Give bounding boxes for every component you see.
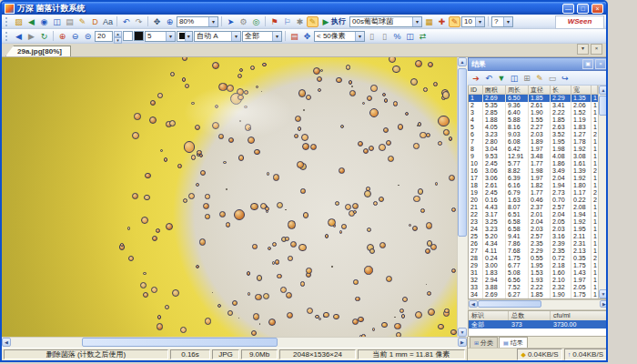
colony[interactable] — [358, 317, 364, 323]
colony[interactable] — [184, 141, 196, 153]
scroll-left-icon[interactable]: ◀ — [469, 300, 478, 308]
colony[interactable] — [353, 210, 357, 214]
colony[interactable] — [409, 224, 411, 227]
colony[interactable] — [244, 106, 248, 109]
table-row[interactable]: 243.236.582.032.031.951 — [469, 226, 598, 233]
table-row[interactable]: 32.856.401.902.221.521 — [469, 109, 598, 116]
table-row[interactable]: 83.046.421.971.981.921 — [469, 146, 598, 153]
canvas-vscrollbar[interactable]: ▲ ▼ — [457, 57, 468, 337]
colony[interactable] — [352, 203, 359, 209]
colony[interactable] — [288, 256, 293, 261]
colony[interactable] — [346, 65, 351, 70]
chevron-down-icon[interactable]: ▾ — [503, 17, 512, 26]
chevron-down-icon[interactable]: ▾ — [412, 17, 421, 26]
colony[interactable] — [238, 95, 244, 101]
scroll-up-icon[interactable]: ▲ — [599, 86, 608, 95]
colony[interactable] — [232, 300, 238, 306]
colony[interactable] — [120, 243, 124, 247]
undo-result-icon[interactable]: ↶ — [483, 73, 494, 84]
color-select[interactable]: ▾ — [177, 31, 193, 42]
table-row[interactable]: 333.887.522.222.322.051 — [469, 284, 598, 291]
colony[interactable] — [369, 108, 379, 117]
title-bar[interactable]: 万深 菌落计数系统 — □ × — [2, 2, 606, 15]
colony[interactable] — [392, 66, 400, 74]
scope-select[interactable]: 全部 ▾ — [242, 31, 282, 42]
panel-close-icon[interactable]: × — [595, 59, 606, 69]
mode-select[interactable]: 自动 A ▾ — [194, 31, 241, 42]
prev-image-icon[interactable]: ◀ — [13, 31, 25, 42]
colony[interactable] — [228, 137, 234, 143]
colony[interactable] — [388, 156, 395, 163]
colony[interactable] — [197, 150, 202, 156]
table-row[interactable]: 192.456.791.772.731.172 — [469, 189, 598, 197]
colony[interactable] — [268, 318, 276, 326]
colony[interactable] — [389, 57, 396, 63]
colony[interactable] — [157, 315, 162, 319]
colony[interactable] — [393, 101, 398, 106]
table-row[interactable]: 293.006.771.952.181.751 — [469, 262, 598, 269]
select-rect-icon[interactable]: ▭ — [547, 73, 558, 84]
summary-row[interactable]: 全部 373 3730.00 — [469, 320, 608, 329]
colony[interactable] — [443, 129, 449, 135]
tab-list-icon[interactable]: ▾ — [577, 44, 589, 55]
colony[interactable] — [234, 209, 245, 220]
colony[interactable] — [418, 188, 424, 195]
toolbar-grip[interactable] — [5, 32, 10, 41]
colony[interactable] — [364, 190, 371, 197]
foreground-color-swatch[interactable] — [134, 31, 144, 41]
colony[interactable] — [379, 144, 386, 151]
note-icon[interactable]: ▦ — [423, 16, 435, 27]
minimize-button[interactable]: — — [562, 4, 574, 14]
colony[interactable] — [257, 275, 263, 281]
threshold-stepper[interactable]: ▴ ▾ — [114, 31, 122, 42]
colony[interactable] — [156, 228, 160, 233]
colony[interactable] — [398, 124, 404, 130]
colony[interactable] — [277, 274, 282, 279]
save-icon[interactable]: ◫ — [51, 16, 63, 27]
colony[interactable] — [433, 82, 438, 86]
colony[interactable] — [306, 268, 312, 274]
colony[interactable] — [149, 116, 157, 124]
chevron-down-icon[interactable]: ▾ — [185, 32, 192, 41]
colony[interactable] — [191, 155, 197, 160]
colony[interactable] — [405, 112, 409, 116]
colony[interactable] — [127, 227, 131, 230]
colony[interactable] — [382, 93, 387, 97]
colony[interactable] — [238, 155, 244, 160]
colony[interactable] — [286, 292, 292, 298]
dilution-select[interactable]: 10 ▾ — [461, 16, 485, 27]
colony[interactable] — [170, 72, 175, 76]
table-row[interactable]: 41.885.881.551.851.191 — [469, 116, 598, 124]
open-file-icon[interactable]: ▨ — [13, 16, 25, 27]
table-row[interactable]: 12.696.501.852.291.351 — [469, 95, 598, 102]
colony[interactable] — [369, 146, 374, 151]
colony[interactable] — [307, 308, 313, 314]
colony[interactable] — [251, 330, 258, 337]
step-up-icon[interactable]: ▴ — [114, 31, 122, 37]
colony[interactable] — [372, 328, 375, 330]
vscroll-thumb[interactable] — [458, 68, 467, 237]
colony[interactable] — [164, 157, 168, 162]
colony[interactable] — [379, 197, 384, 202]
table-row[interactable]: 182.616.161.821.941.801 — [469, 182, 598, 189]
colony[interactable] — [223, 161, 227, 165]
table-row[interactable]: 214.438.072.372.572.081 — [469, 204, 598, 211]
step-down-icon[interactable]: ▾ — [114, 37, 122, 44]
colony[interactable] — [333, 314, 339, 319]
colony[interactable] — [435, 182, 438, 185]
table-row[interactable]: 173.066.391.972.041.921 — [469, 175, 598, 182]
colony[interactable] — [188, 193, 195, 199]
back-icon[interactable]: ◀ — [25, 16, 37, 27]
column-header[interactable]: 面积 — [483, 86, 506, 95]
zoom-fit-icon[interactable]: ⊜ — [82, 31, 94, 42]
zoom-out-icon[interactable]: ⊖ — [69, 31, 81, 42]
column-header[interactable]: 直径 — [529, 86, 551, 95]
table-row[interactable]: 255.209.412.573.162.111 — [469, 233, 598, 240]
magnifier-icon[interactable]: ⊕ — [164, 16, 176, 27]
table-row[interactable]: 54.058.162.272.631.831 — [469, 124, 598, 131]
help-select[interactable]: ? ▾ — [491, 16, 513, 27]
refresh-icon[interactable]: ↻ — [38, 31, 50, 42]
colony[interactable] — [418, 122, 421, 126]
colony[interactable] — [302, 143, 309, 150]
table-row[interactable]: 99.5312.913.484.083.081 — [469, 153, 598, 160]
